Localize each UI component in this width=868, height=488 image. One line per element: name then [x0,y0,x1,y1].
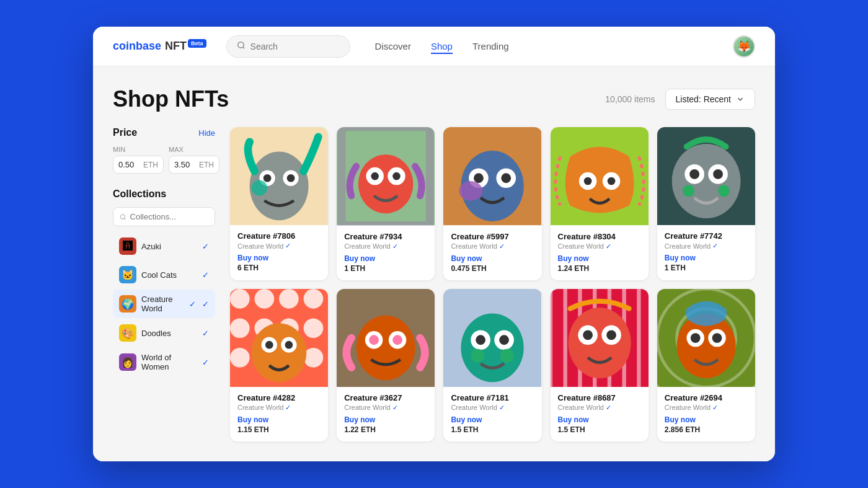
min-price-input-wrap[interactable]: ETH [113,156,164,174]
nft-collection-3627: Creature World ✓ [344,404,427,412]
svg-point-33 [713,169,723,179]
svg-point-13 [371,172,379,180]
main-content: Shop NFTs 10,000 items Listed: Recent Pr… [93,66,775,461]
nft-card-4282[interactable]: Creature #4282Creature World ✓Buy now1.1… [230,289,328,441]
collection-thumb-creature-world: 🌍 [119,295,136,313]
collection-name-azuki: Azuki [141,242,197,251]
nft-price-7934: 1 ETH [344,264,427,273]
svg-point-44 [304,318,324,338]
collection-item-doodles[interactable]: 🎨Doodles✓ [113,319,215,347]
nav-shop[interactable]: Shop [431,38,453,54]
nft-card-7181[interactable]: Creature #7181Creature World ✓Buy now1.5… [443,289,541,441]
nft-name-4282: Creature #4282 [237,393,321,402]
collections-search-input[interactable] [130,212,208,221]
nft-collection-4282: Creature World ✓ [237,404,321,412]
buy-now-7181[interactable]: Buy now [451,415,534,424]
collection-text-3627: Creature World [344,404,390,411]
svg-point-55 [356,315,415,379]
nft-card-3627[interactable]: Creature #3627Creature World ✓Buy now1.2… [337,289,435,441]
svg-point-34 [683,185,694,197]
search-bar[interactable] [226,35,350,58]
min-price-input[interactable] [118,160,141,169]
logo-nft: NFTBeta [165,40,206,53]
nft-card-7806[interactable]: Creature #7806Creature World ✓Buy now6 E… [230,127,328,280]
collection-text-7806: Creature World [237,242,283,250]
collections-section: Collections 🅰Azuki✓🐱Cool Cats✓🌍Creature … [113,189,215,376]
buy-now-3627[interactable]: Buy now [344,415,427,424]
nft-price-5997: 0.475 ETH [451,264,534,273]
svg-point-7 [287,174,295,182]
svg-point-77 [568,308,631,378]
nft-grid-area: Creature #7806Creature World ✓Buy now6 E… [230,127,755,441]
collection-item-cool-cats[interactable]: 🐱Cool Cats✓ [113,261,215,288]
nft-card-8687[interactable]: Creature #8687Creature World ✓Buy now1.5… [551,289,649,441]
buy-now-8304[interactable]: Buy now [558,254,641,263]
collection-text-8687: Creature World [558,404,604,411]
nft-collection-2694: Creature World ✓ [665,404,748,412]
collection-item-wow[interactable]: 👩World of Women✓ [113,348,215,376]
svg-point-6 [264,174,272,182]
buy-now-7806[interactable]: Buy now [237,254,321,262]
nft-image-8304 [551,127,649,225]
nft-info-3627: Creature #3627Creature World ✓Buy now1.2… [337,387,435,441]
collection-name-wow: World of Women [141,353,197,371]
svg-point-59 [392,335,402,345]
buy-now-7742[interactable]: Buy now [665,254,748,262]
app-window: coinbase NFTBeta Discover Shop Trending … [93,27,775,461]
nav-trending[interactable]: Trending [472,38,509,54]
svg-point-64 [476,335,486,345]
buy-now-7934[interactable]: Buy now [344,254,427,263]
verified-icon-azuki: ✓ [202,242,209,251]
collections-title: Collections [113,189,215,200]
max-price-col: MAX ETH [169,146,219,174]
collections-search-icon [120,213,126,221]
nft-collection-7934: Creature World ✓ [344,242,427,251]
nav-discover[interactable]: Discover [375,38,411,54]
collection-item-azuki[interactable]: 🅰Azuki✓ [113,233,215,260]
nft-name-7934: Creature #7934 [344,232,427,241]
svg-point-67 [500,348,514,362]
max-price-input[interactable] [174,160,197,169]
nft-image-7742 [657,127,755,225]
nft-card-8304[interactable]: Creature #8304Creature World ✓Buy now1.2… [551,127,649,280]
nft-card-5997[interactable]: Creature #5997Creature World ✓Buy now0.4… [443,127,541,280]
nft-info-8687: Creature #8687Creature World ✓Buy now1.5… [551,387,649,441]
max-price-input-wrap[interactable]: ETH [169,156,219,174]
nft-card-7742[interactable]: Creature #7742Creature World ✓Buy now1 E… [657,127,755,280]
verified-badge-7934: ✓ [392,242,398,251]
svg-point-66 [471,348,485,362]
nft-image-3627 [337,289,435,387]
buy-now-5997[interactable]: Buy now [451,254,534,263]
verified-icon-cool-cats: ✓ [202,270,209,280]
nft-name-3627: Creature #3627 [344,393,427,402]
svg-point-22 [459,181,483,201]
nft-collection-8687: Creature World ✓ [558,404,641,412]
nft-collection-7181: Creature World ✓ [451,404,534,412]
logo-coinbase: coinbase [113,40,161,53]
nft-image-4282 [230,289,328,387]
buy-now-4282[interactable]: Buy now [237,415,321,424]
price-filter-header: Price Hide [113,127,215,138]
beta-badge: Beta [188,39,206,48]
nft-price-3627: 1.22 ETH [344,425,427,434]
collection-name-cool-cats: Cool Cats [141,270,197,280]
collections-list: 🅰Azuki✓🐱Cool Cats✓🌍Creature World✓✓🎨Dood… [113,233,215,376]
nft-card-2694[interactable]: Creature #2694Creature World ✓Buy now2.8… [657,289,755,441]
collection-text-7934: Creature World [344,242,390,250]
svg-point-40 [304,289,324,309]
search-input[interactable] [250,42,340,51]
svg-point-80 [583,330,593,340]
collection-item-creature-world[interactable]: 🌍Creature World✓✓ [113,290,215,318]
buy-now-8687[interactable]: Buy now [558,415,641,424]
avatar[interactable]: 🦊 [733,35,755,58]
collection-text-5997: Creature World [451,242,497,250]
svg-point-52 [265,340,273,348]
hide-button[interactable]: Hide [198,128,215,138]
nft-info-7181: Creature #7181Creature World ✓Buy now1.5… [443,387,541,441]
max-eth-label: ETH [199,161,214,169]
buy-now-2694[interactable]: Buy now [665,415,748,424]
collections-search[interactable] [113,207,215,226]
sort-dropdown[interactable]: Listed: Recent [665,89,756,110]
nft-card-7934[interactable]: Creature #7934Creature World ✓Buy now1 E… [337,127,435,280]
verified-badge-4282: ✓ [285,404,291,412]
